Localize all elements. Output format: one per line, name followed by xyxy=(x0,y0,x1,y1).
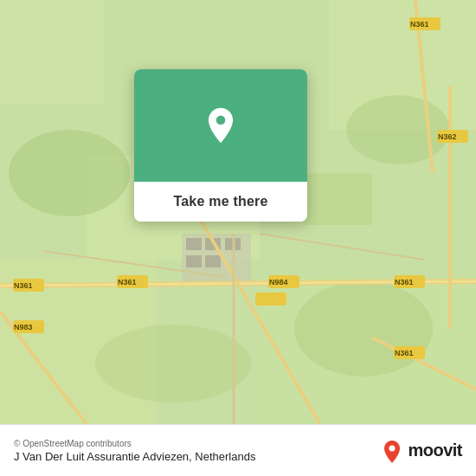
svg-point-45 xyxy=(389,445,396,451)
svg-rect-16 xyxy=(205,255,221,267)
svg-rect-12 xyxy=(186,238,202,250)
svg-point-9 xyxy=(95,325,251,402)
osm-credit: © OpenStreetMap contributors xyxy=(14,439,255,448)
bottom-bar: © OpenStreetMap contributors J Van Der L… xyxy=(0,424,476,476)
svg-rect-1 xyxy=(0,0,104,104)
svg-text:N361: N361 xyxy=(395,349,414,357)
moovit-logo-icon xyxy=(380,439,404,463)
svg-rect-28 xyxy=(255,293,286,306)
popup-map-area xyxy=(134,69,307,182)
map-container[interactable]: N361 N361 N984 N361 N361 N362 N983 N361 … xyxy=(0,0,476,424)
svg-text:N361: N361 xyxy=(410,20,429,29)
svg-text:N361: N361 xyxy=(14,281,33,290)
svg-text:N361: N361 xyxy=(395,278,414,286)
bottom-left: © OpenStreetMap contributors J Van Der L… xyxy=(14,439,255,463)
place-name: J Van Der Luit Assurantie Adviezen, Neth… xyxy=(14,450,255,463)
location-pin-icon xyxy=(202,106,240,145)
svg-text:N361: N361 xyxy=(118,278,137,286)
svg-point-7 xyxy=(346,95,450,164)
svg-rect-10 xyxy=(303,173,372,225)
take-me-there-button[interactable]: Take me there xyxy=(134,182,307,222)
svg-text:N984: N984 xyxy=(269,278,288,286)
svg-text:N362: N362 xyxy=(438,132,457,141)
svg-point-6 xyxy=(9,130,130,216)
popup-card: Take me there xyxy=(134,69,307,222)
moovit-logo: moovit xyxy=(380,439,462,463)
svg-text:N983: N983 xyxy=(14,323,33,331)
svg-point-44 xyxy=(216,116,226,125)
svg-rect-15 xyxy=(186,255,202,267)
moovit-text: moovit xyxy=(408,441,462,460)
svg-point-8 xyxy=(294,281,433,376)
